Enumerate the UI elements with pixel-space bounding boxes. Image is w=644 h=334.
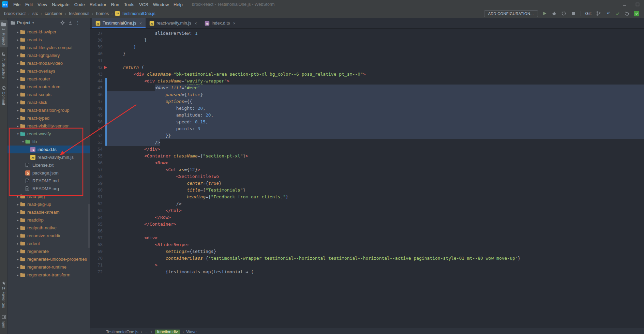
- tree-item-regenerator-runtime[interactable]: ▸regenerator-runtime: [8, 263, 90, 271]
- tree-item-index-d-ts[interactable]: TSindex.d.ts: [8, 146, 90, 153]
- code-line[interactable]: <Row>: [112, 160, 644, 166]
- tree-item-react-id-swiper[interactable]: ▸react-id-swiper: [8, 28, 90, 36]
- line-number[interactable]: 52: [90, 132, 103, 139]
- line-number[interactable]: 64: [90, 214, 103, 221]
- tree-item-react-transition-group[interactable]: ▸react-transition-group: [8, 106, 90, 114]
- line-number[interactable]: 51: [90, 125, 103, 132]
- chevron-collapsed-icon[interactable]: ▸: [16, 265, 20, 269]
- code-line[interactable]: [112, 228, 644, 234]
- chevron-collapsed-icon[interactable]: ▸: [16, 117, 20, 120]
- chevron-collapsed-icon[interactable]: ▸: [16, 30, 20, 34]
- update-project-icon[interactable]: [605, 11, 611, 16]
- line-number[interactable]: 43: [90, 71, 103, 78]
- tool-button-2-favorites[interactable]: 2: Favorites: [0, 279, 8, 310]
- tree-item-license-txt[interactable]: License.txt: [8, 161, 90, 169]
- line-number[interactable]: 66: [90, 228, 103, 234]
- chevron-collapsed-icon[interactable]: ▸: [16, 109, 20, 112]
- chevron-collapsed-icon[interactable]: ▸: [16, 250, 20, 253]
- tree-item-react-typed[interactable]: ▸react-typed: [8, 114, 90, 122]
- editor-breadcrumb-item[interactable]: Wave: [186, 330, 196, 334]
- line-number[interactable]: 39: [90, 44, 103, 50]
- chevron-collapsed-icon[interactable]: ▸: [16, 70, 20, 73]
- code-line[interactable]: </Container>: [112, 221, 644, 228]
- code-line[interactable]: options={{: [112, 98, 644, 105]
- tree-item-lib[interactable]: ▾lib: [8, 138, 90, 146]
- code-line[interactable]: height: 20,: [112, 105, 644, 112]
- rollback-icon[interactable]: [624, 11, 630, 16]
- code-line[interactable]: </Col>: [112, 207, 644, 214]
- breadcrumb-item-homes[interactable]: homes: [95, 11, 110, 16]
- code-line[interactable]: <div className="bk-testimonial-area sect…: [112, 71, 644, 78]
- code-line[interactable]: containerClass={'testimonial-wrapper tes…: [112, 255, 644, 262]
- collapse-all-icon[interactable]: [68, 21, 72, 25]
- tab-testimonialone-js[interactable]: JSTestimonialOne.js×: [92, 18, 146, 28]
- add-configuration-button[interactable]: ADD CONFIGURATION...: [484, 10, 538, 17]
- minimize-button[interactable]: [618, 0, 631, 9]
- code-line[interactable]: <div className="wavify-wrapper">: [112, 78, 644, 85]
- breadcrumb-item-testimonial[interactable]: testimonial: [68, 11, 90, 16]
- line-number[interactable]: 47: [90, 98, 103, 105]
- tree-item-regenerate[interactable]: ▸regenerate: [8, 247, 90, 255]
- tree-item-regenerator-transform[interactable]: ▸regenerator-transform: [8, 271, 90, 279]
- line-number[interactable]: 45: [90, 85, 103, 91]
- line-number[interactable]: 40: [90, 50, 103, 57]
- line-number[interactable]: 50: [90, 119, 103, 125]
- tab-react-wavify-min-js[interactable]: JSreact-wavify.min.js×: [146, 18, 200, 28]
- code-line[interactable]: />: [112, 200, 644, 207]
- tool-button-1-project[interactable]: 1: Project: [0, 20, 8, 47]
- tool-button-7-structure[interactable]: 7: Structure: [0, 50, 8, 81]
- line-number[interactable]: 71: [90, 262, 103, 269]
- breadcrumb-current-file[interactable]: JSTestimonialOne.js: [115, 11, 155, 16]
- line-number[interactable]: 46: [90, 91, 103, 98]
- chevron-collapsed-icon[interactable]: ▸: [16, 62, 20, 65]
- code-line[interactable]: {testimonials.map(testimonial ⇒ (: [112, 269, 644, 275]
- line-number[interactable]: 58: [90, 173, 103, 180]
- maximize-button[interactable]: [631, 0, 644, 9]
- code-line[interactable]: />: [112, 139, 644, 146]
- chevron-collapsed-icon[interactable]: ▸: [16, 218, 20, 222]
- code-line[interactable]: }: [112, 44, 644, 50]
- tree-item-read-pkg[interactable]: ▸read-pkg: [8, 193, 90, 200]
- chevron-down-icon[interactable]: ▾: [32, 21, 34, 25]
- editor-breadcrumb-item[interactable]: …: [145, 330, 149, 334]
- tree-item-readme-md[interactable]: MREADME.md: [8, 177, 90, 185]
- tree-item-react-router-dom[interactable]: ▸react-router-dom: [8, 83, 90, 91]
- tool-button-npm[interactable]: npm: [0, 313, 8, 330]
- code-line[interactable]: </Row>: [112, 214, 644, 221]
- line-number[interactable]: 49: [90, 112, 103, 119]
- project-scrollbar[interactable]: [88, 204, 90, 248]
- tree-item-regenerate-unicode-properties[interactable]: ▸regenerate-unicode-properties: [8, 255, 90, 263]
- chevron-collapsed-icon[interactable]: ▸: [16, 93, 20, 96]
- close-tab-icon[interactable]: ×: [233, 21, 236, 26]
- chevron-collapsed-icon[interactable]: ▸: [16, 226, 20, 230]
- line-number[interactable]: 44: [90, 78, 103, 85]
- code-line[interactable]: <Wave fill='#eee': [112, 85, 644, 91]
- tree-item-react-visibility-sensor[interactable]: ▸react-visibility-sensor: [8, 122, 90, 130]
- chevron-collapsed-icon[interactable]: ▸: [16, 258, 20, 261]
- line-number[interactable]: 53: [90, 139, 103, 146]
- chevron-collapsed-icon[interactable]: ▸: [16, 203, 20, 206]
- chevron-collapsed-icon[interactable]: ▸: [16, 101, 20, 104]
- code-line[interactable]: title={"Testimonials"}: [112, 187, 644, 194]
- chevron-collapsed-icon[interactable]: ▸: [16, 85, 20, 89]
- chevron-collapsed-icon[interactable]: ▸: [16, 211, 20, 214]
- code-line[interactable]: <SliderSwiper: [112, 241, 644, 248]
- debug-icon[interactable]: [551, 11, 557, 16]
- tool-button-commit[interactable]: Commit: [0, 84, 8, 107]
- code-line[interactable]: <Col xs={12}>: [112, 166, 644, 173]
- chevron-expanded-icon[interactable]: ▾: [21, 140, 25, 143]
- menu-help[interactable]: Help: [171, 1, 185, 8]
- code-line[interactable]: heading={"Feedback from our clients."}: [112, 194, 644, 200]
- menu-refactor[interactable]: Refactor: [87, 1, 109, 8]
- line-number[interactable]: 62: [90, 200, 103, 207]
- chevron-collapsed-icon[interactable]: ▸: [16, 242, 20, 245]
- chevron-collapsed-icon[interactable]: ▸: [16, 54, 20, 57]
- tree-item-readdirp[interactable]: ▸readdirp: [8, 216, 90, 224]
- tree-item-redent[interactable]: ▸redent: [8, 240, 90, 247]
- locate-file-icon[interactable]: [60, 20, 65, 25]
- breadcrumb-item-brook-react[interactable]: brook-react: [3, 11, 26, 16]
- menu-code[interactable]: Code: [72, 1, 87, 8]
- git-branch-icon[interactable]: [596, 11, 601, 16]
- tree-item-react-slick[interactable]: ▸react-slick: [8, 98, 90, 106]
- editor-breadcrumb-item[interactable]: function div: [155, 330, 180, 334]
